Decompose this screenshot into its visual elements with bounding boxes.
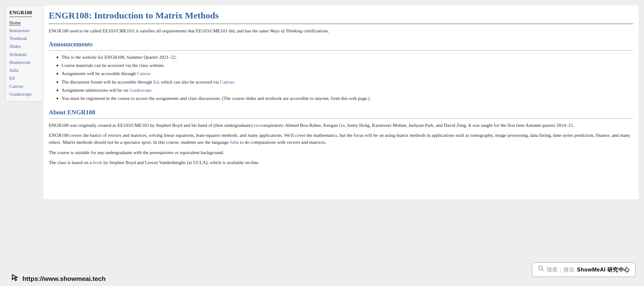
sidebar-item-slides[interactable]: Slides [9,44,21,49]
canvas-link[interactable]: Canvas [220,79,234,84]
sidebar-item-gradescope[interactable]: Gradescope [9,91,32,97]
sidebar-item-instructors[interactable]: Instructors [9,28,29,33]
about-heading: About ENGR108 [49,108,633,119]
page-title: ENGR108: Introduction to Matrix Methods [49,8,633,24]
sidebar-title: ENGR108 [9,9,32,17]
announcement-text: The discussion forum will be accessible … [61,79,153,84]
about-p4-post: by Stephen Boyd and Lieven Vandenberghe … [102,160,260,165]
intro-text-post: certifications. [302,28,329,33]
sidebar-item-home[interactable]: Home [9,20,21,25]
main-content: ENGR108: Introduction to Matrix Methods … [43,5,639,199]
about-p2: ENGR108 covers the basics of vectors and… [49,132,633,146]
announcement-item: You must be registered in the course to … [61,95,633,102]
announcements-heading: Announcements [49,40,633,51]
book-link[interactable]: book [93,160,102,165]
canvas-link[interactable]: Canvas [137,71,151,76]
sidebar-item-ed[interactable]: Ed [9,75,15,81]
sidebar-item-textbook[interactable]: Textbook [9,36,27,41]
sidebar-item-homework[interactable]: Homework [9,60,31,65]
about-p4-pre: The class is based on a [49,160,93,165]
announcement-text: Assignments will be accessible through [61,71,137,76]
julia-link[interactable]: Julia [230,140,239,145]
about-p2-pre: ENGR108 covers the basics of vectors and… [49,133,630,145]
sidebar-item-schedule[interactable]: Schedule [9,52,27,57]
announcement-item: This is the website for ENGR108, Summer … [61,54,633,61]
intro-paragraph: ENGR108 used to be called EE103/CME103; … [49,27,633,34]
sidebar-item-canvas[interactable]: Canvas [9,84,23,89]
ed-link[interactable]: Ed [153,79,158,84]
about-p4: The class is based on a book by Stephen … [49,159,633,166]
announcements-list: This is the website for ENGR108, Summer … [61,54,633,102]
announcement-text: , which can also be accessed via [159,79,220,84]
announcement-item: Assignments will be accessible through C… [61,70,633,77]
page-container: ENGR108 Home Instructors Textbook Slides… [0,0,644,205]
announcement-item: Course materials can be accessed via the… [61,62,633,69]
about-p3: The course is suitable for any undergrad… [49,149,633,156]
gradescope-link[interactable]: Gradescope [129,87,151,93]
about-p2-post: to do computations with vectors and matr… [239,140,326,145]
announcement-item: The discussion forum will be accessible … [61,78,633,85]
sidebar: ENGR108 Home Instructors Textbook Slides… [5,5,43,102]
intro-text-pre: ENGR108 used to be called EE103/CME103; … [49,28,270,33]
announcement-text: . [234,79,235,84]
intro-italic: Ways of Thinking [270,28,302,33]
sidebar-nav-list: Home Instructors Textbook Slides Schedul… [9,19,40,98]
announcement-text: Assignment submissions will be on [61,87,129,93]
about-p1: ENGR108 was originally created as EE103/… [49,122,633,129]
sidebar-item-julia[interactable]: Julia [9,67,18,73]
announcement-item: Assignment submissions will be on Grades… [61,87,633,94]
announcement-text: . [151,87,153,93]
